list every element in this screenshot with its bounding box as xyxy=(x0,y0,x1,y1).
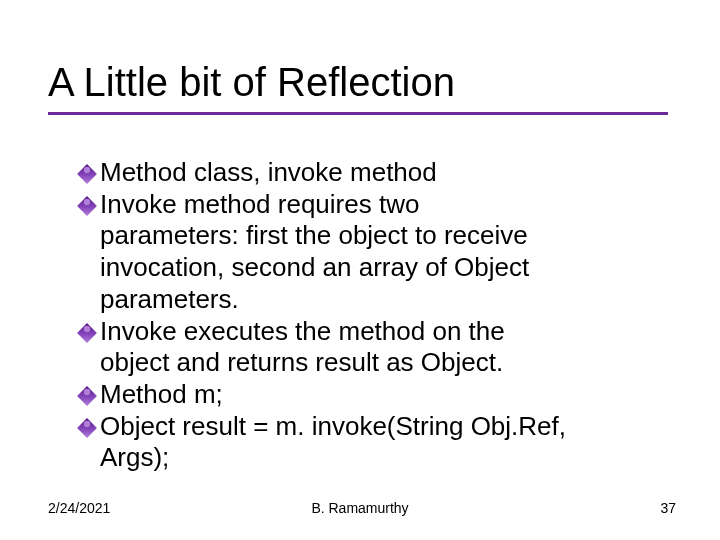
title-area: A Little bit of Reflection xyxy=(0,0,720,127)
bullet-text: Object result = m. invoke(String Obj.Ref… xyxy=(100,411,566,443)
bullet-continuation: invocation, second an array of Object xyxy=(100,252,670,284)
footer-author: B. Ramamurthy xyxy=(0,500,720,516)
slide-title: A Little bit of Reflection xyxy=(48,60,680,104)
list-item: Invoke method requires two xyxy=(100,189,670,221)
bullet-continuation: parameters: first the object to receive xyxy=(100,220,670,252)
list-item: Invoke executes the method on the xyxy=(100,316,670,348)
bullet-icon xyxy=(77,386,97,406)
title-underline xyxy=(48,112,668,115)
list-item: Object result = m. invoke(String Obj.Ref… xyxy=(100,411,670,443)
bullet-text: Invoke executes the method on the xyxy=(100,316,505,348)
list-item: Method m; xyxy=(100,379,670,411)
bullet-text: Method class, invoke method xyxy=(100,157,437,189)
bullet-continuation: parameters. xyxy=(100,284,670,316)
bullet-icon xyxy=(77,164,97,184)
bullet-text: Invoke method requires two xyxy=(100,189,419,221)
page-number: 37 xyxy=(660,500,676,516)
bullet-icon xyxy=(77,196,97,216)
bullet-text: Method m; xyxy=(100,379,223,411)
content-area: Method class, invoke method Invoke metho… xyxy=(0,127,720,474)
bullet-icon xyxy=(77,323,97,343)
bullet-continuation: object and returns result as Object. xyxy=(100,347,670,379)
bullet-continuation: Args); xyxy=(100,442,670,474)
bullet-icon xyxy=(77,418,97,438)
slide: A Little bit of Reflection Method class,… xyxy=(0,0,720,540)
list-item: Method class, invoke method xyxy=(100,157,670,189)
